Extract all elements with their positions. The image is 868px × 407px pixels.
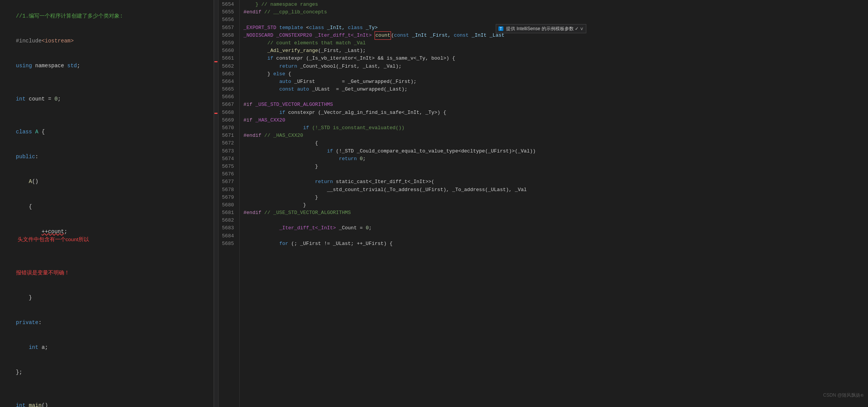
- code-line: if constexpr (_Is_vb_iterator<_InIt> && …: [243, 55, 868, 62]
- line-number: 5668: [219, 109, 236, 117]
- left-line-class-end: };: [3, 360, 211, 385]
- scroll-gutter: [214, 0, 219, 407]
- gutter-marker-1: [214, 61, 217, 62]
- code-line: return _Count_vbool(_First, _Last, _Val)…: [243, 63, 868, 70]
- left-line-empty1: [3, 78, 211, 87]
- code-line: return static_cast<_Iter_diff_t<_InIt>>(: [243, 178, 868, 186]
- code-line: if constexpr (_Vector_alg_in_find_is_saf…: [243, 109, 868, 117]
- code-line: T 提供 IntelliSense 的示例模板参数 ✓ ∨_NODISCARD …: [243, 32, 868, 39]
- comment-text: //1.编写一个程序计算创建了多少个类对象:: [16, 13, 123, 19]
- left-line-count: int count = 0;: [3, 87, 211, 112]
- code-area: 5654565556565657565856595660566156625663…: [219, 0, 868, 407]
- line-number: 5674: [219, 155, 236, 163]
- line-number: 5683: [219, 224, 236, 232]
- left-line-include: #include<iostream>: [3, 29, 211, 54]
- code-line: [243, 217, 868, 224]
- code-line: } // namespace ranges: [243, 1, 868, 8]
- left-line-member: int a;: [3, 336, 211, 360]
- line-number: 5682: [219, 217, 236, 224]
- line-number: 5664: [219, 78, 236, 86]
- code-line: #endif // _HAS_CXX20: [243, 132, 868, 139]
- code-line: #if _USE_STD_VECTOR_ALGORITHMS: [243, 101, 868, 109]
- left-line-annotation2: 报错误是变量不明确！: [3, 253, 211, 286]
- left-line-constructor: A(): [3, 170, 211, 195]
- code-content[interactable]: } // namespace ranges#endif // __cpp_lib…: [240, 0, 868, 407]
- line-numbers: 5654565556565657565856595660566156625663…: [219, 0, 240, 407]
- left-line-brace-close: }: [3, 285, 211, 310]
- code-line: }: [243, 201, 868, 209]
- left-line-brace-open: {: [3, 195, 211, 219]
- left-line-using: using namespace std;: [3, 54, 211, 78]
- line-number: 5679: [219, 194, 236, 201]
- line-number: 5685: [219, 240, 236, 248]
- code-line: [243, 93, 868, 101]
- right-code-panel: 5654565556565657565856595660566156625663…: [219, 0, 868, 407]
- code-line: __std_count_trivial(_To_address(_UFirst)…: [243, 186, 868, 194]
- line-number: 5662: [219, 63, 236, 70]
- left-line-main: int main(): [3, 393, 211, 407]
- line-number: 5667: [219, 101, 236, 109]
- left-code-panel: //1.编写一个程序计算创建了多少个类对象: #include<iostream…: [0, 0, 214, 407]
- line-number: 5657: [219, 24, 236, 32]
- code-line: _Adl_verify_range(_First, _Last);: [243, 47, 868, 55]
- code-line: #endif // _USE_STD_VECTOR_ALGORITHMS: [243, 209, 868, 217]
- line-number: 5680: [219, 201, 236, 209]
- line-number: 5684: [219, 232, 236, 240]
- intellisense-tooltip: T 提供 IntelliSense 的示例模板参数 ✓ ∨: [496, 24, 586, 34]
- line-number: 5677: [219, 178, 236, 186]
- line-number: 5671: [219, 132, 236, 139]
- left-line-comment: //1.编写一个程序计算创建了多少个类对象:: [3, 4, 211, 29]
- line-number: 5673: [219, 148, 236, 155]
- line-number: 5656: [219, 16, 236, 24]
- line-number: 5658: [219, 32, 236, 39]
- left-line-empty2: [3, 112, 211, 120]
- line-number: 5669: [219, 117, 236, 124]
- code-line: if (!_STD _Could_compare_equal_to_value_…: [243, 148, 868, 155]
- line-number: 5675: [219, 163, 236, 170]
- code-line: for (; _UFirst != _ULast; ++_UFirst) {: [243, 240, 868, 248]
- code-line: // count elements that match _Val: [243, 39, 868, 47]
- code-line: const auto _ULast = _Get_unwrapped(_Last…: [243, 86, 868, 93]
- left-line-empty3: [3, 385, 211, 394]
- left-line-increment: ++count; 头文件中包含有一个count所以: [3, 219, 211, 253]
- line-number: 5681: [219, 209, 236, 217]
- line-number: 5665: [219, 86, 236, 93]
- gutter-marker-2: [214, 113, 217, 114]
- line-number: 5672: [219, 139, 236, 147]
- left-line-class: class A {: [3, 120, 211, 145]
- line-number: 5655: [219, 8, 236, 16]
- code-line: return 0;: [243, 155, 868, 163]
- code-line: }: [243, 163, 868, 170]
- line-number: 5661: [219, 55, 236, 62]
- line-number: 5654: [219, 1, 236, 8]
- code-line: if (!_STD is_constant_evaluated()): [243, 124, 868, 132]
- code-line: }: [243, 194, 868, 201]
- line-number: 5660: [219, 47, 236, 55]
- line-number: 5663: [219, 70, 236, 78]
- line-number: 5666: [219, 93, 236, 101]
- code-line: {: [243, 139, 868, 147]
- code-line: auto _UFirst = _Get_unwrapped(_First);: [243, 78, 868, 86]
- left-line-private: private:: [3, 310, 211, 335]
- code-line: #endif // __cpp_lib_concepts: [243, 8, 868, 16]
- code-line: } else {: [243, 70, 868, 78]
- left-line-public: public:: [3, 145, 211, 170]
- code-line: [243, 16, 868, 24]
- code-line: #if _HAS_CXX20: [243, 117, 868, 124]
- line-number: 5670: [219, 124, 236, 132]
- code-line: [243, 170, 868, 178]
- watermark: CSDN @随风飘扬⊕: [823, 392, 864, 399]
- code-line: [243, 232, 868, 240]
- code-line: _Iter_diff_t<_InIt> _Count = 0;: [243, 224, 868, 232]
- line-number: 5659: [219, 39, 236, 47]
- line-number: 5676: [219, 170, 236, 178]
- line-number: 5678: [219, 186, 236, 194]
